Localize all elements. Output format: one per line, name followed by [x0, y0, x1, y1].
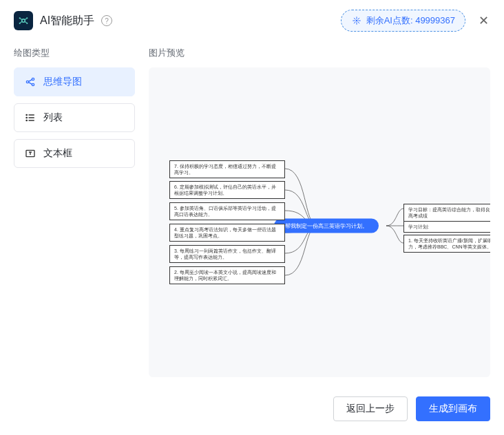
svg-point-13 [26, 120, 27, 120]
mindmap-left-node: 5. 参加英语角、口语俱乐部等英语学习活动，提高口语表达能力。 [169, 202, 285, 220]
share-nodes-icon [24, 76, 36, 88]
svg-point-0 [22, 19, 25, 23]
preview-canvas: 帮我制定一份高三英语学习计划。 7. 保持积极的学习态度，相信通过努力，不断提高… [149, 67, 490, 377]
mindmap-left-node: 2. 每周至少阅读一本英文小说，提高阅读速度和理解能力，同时积累词汇。 [169, 266, 285, 284]
help-icon[interactable]: ? [101, 15, 112, 26]
svg-point-11 [26, 117, 27, 118]
close-icon[interactable]: ✕ [476, 13, 490, 28]
type-label: 思维导图 [43, 76, 82, 88]
type-mindmap[interactable]: 思维导图 [14, 67, 135, 96]
svg-point-9 [26, 114, 27, 115]
diagram-types: 思维导图 列表 文本框 [14, 67, 135, 168]
mindmap-center-node: 帮我制定一份高三英语学习计划。 [274, 219, 379, 233]
list-icon [24, 112, 36, 124]
back-button[interactable]: 返回上一步 [333, 396, 408, 421]
header-right: 剩余AI点数: 49999367 ✕ [341, 10, 490, 32]
mindmap-left-node: 3. 每周练习一到两篇英语作文，包括作文、翻译等，提高写作表达能力。 [169, 245, 285, 263]
svg-point-7 [32, 78, 34, 80]
header: AI智能助手 ? 剩余AI点数: 49999367 ✕ [0, 0, 504, 41]
mindmap-left-node: 4. 重点复习高考语法知识，每天多做一些语法题型练习题，巩固考点。 [169, 224, 285, 242]
app-title: AI智能助手 [40, 14, 94, 28]
type-label: 文本框 [43, 147, 72, 160]
points-badge[interactable]: 剩余AI点数: 49999367 [341, 10, 465, 32]
preview-section-label: 图片预览 [149, 47, 490, 59]
type-list[interactable]: 列表 [14, 103, 135, 132]
mindmap-left-node: 7. 保持积极的学习态度，相信通过努力，不断提高学习。 [169, 160, 285, 178]
textbox-icon [24, 147, 36, 160]
generate-button[interactable]: 生成到画布 [416, 396, 490, 421]
header-left: AI智能助手 ? [14, 11, 112, 30]
mindmap-left-node: 6. 定期参加模拟测试，评估自己的英语水平，并根据结果调整学习计划。 [169, 181, 285, 199]
preview-area: 图片预览 帮我制定一份高三英语学习计划。 7. 保持积极的学习态度，相信通过努力… [149, 41, 490, 377]
mindmap-right-node: 学习目标：提高英语综合能力，取得良好的高考成绩 [403, 204, 490, 222]
type-textbox[interactable]: 文本框 [14, 139, 135, 168]
mindmap-right-node: 学习计划: [403, 221, 490, 233]
svg-point-6 [26, 81, 28, 83]
points-text: 剩余AI点数: 49999367 [366, 14, 455, 27]
content: 绘图类型 思维导图 列表 [0, 41, 504, 377]
svg-point-5 [355, 20, 357, 22]
svg-point-8 [32, 83, 34, 85]
app-logo [14, 11, 33, 30]
mindmap-right-node: 1. 每天坚持收听英语广播/新闻，扩展听力能力，考虑推荐BBC、CNN等英文媒体… [403, 235, 490, 253]
sidebar: 绘图类型 思维导图 列表 [14, 41, 135, 377]
footer: 返回上一步 生成到画布 [333, 396, 490, 421]
sidebar-section-label: 绘图类型 [14, 47, 135, 59]
type-label: 列表 [43, 112, 63, 124]
